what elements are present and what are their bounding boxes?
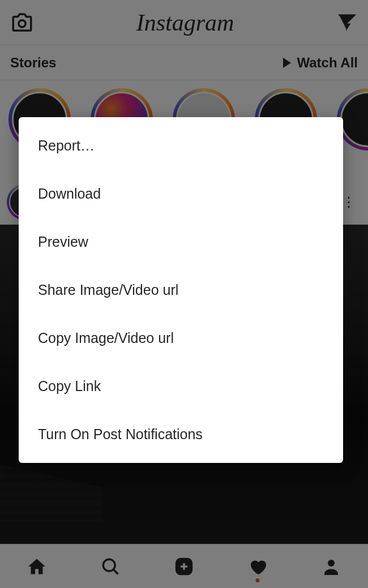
menu-copy-link[interactable]: Copy Link xyxy=(19,362,343,410)
post-options-menu: Report… Download Preview Share Image/Vid… xyxy=(19,117,343,463)
menu-report[interactable]: Report… xyxy=(19,122,343,170)
menu-post-notifications[interactable]: Turn On Post Notifications xyxy=(19,410,343,458)
menu-preview[interactable]: Preview xyxy=(19,218,343,266)
menu-download[interactable]: Download xyxy=(19,170,343,218)
menu-copy-url[interactable]: Copy Image/Video url xyxy=(19,314,343,362)
menu-share-url[interactable]: Share Image/Video url xyxy=(19,266,343,314)
